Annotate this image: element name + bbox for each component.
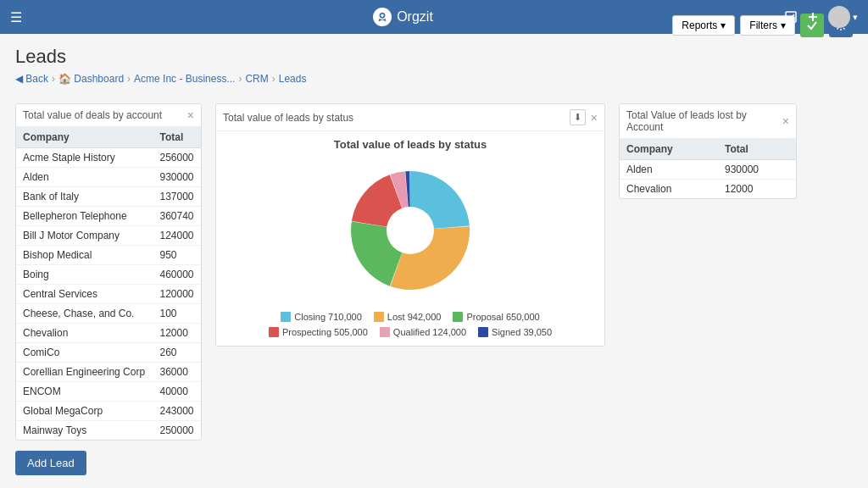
legend-color <box>453 312 463 322</box>
company-cell: Corellian Engineering Corp <box>16 363 153 382</box>
reports-label: Reports <box>682 19 717 31</box>
avatar <box>828 6 850 28</box>
deals-table-body: Acme Staple History256000Alden930000Bank… <box>16 148 201 441</box>
user-menu[interactable]: ▾ <box>828 6 858 28</box>
deals-widget-header: Total value of deals by account × <box>16 104 201 127</box>
add-icon-button[interactable] <box>806 10 820 24</box>
legend-item: Qualified 124,000 <box>380 327 466 337</box>
total-cell: 950 <box>153 246 201 265</box>
company-cell: Global MegaCorp <box>16 402 153 421</box>
status-widget-close[interactable]: × <box>591 112 598 124</box>
checklist-icon-button[interactable] <box>784 10 798 24</box>
company-cell: ENCOM <box>16 382 153 402</box>
legend-color <box>478 327 488 337</box>
donut-hole <box>387 207 434 254</box>
table-row: Bellepheron Telephone360740 <box>16 207 201 226</box>
breadcrumb-leads[interactable]: Leads <box>279 73 307 85</box>
table-row: Acme Staple History256000 <box>16 148 201 168</box>
legend-label: Signed 39,050 <box>492 327 552 337</box>
nav-center: Orgzit <box>373 8 433 26</box>
legend-item: Proposal 650,000 <box>453 312 539 322</box>
total-cell: 250000 <box>153 421 201 441</box>
checklist-icon <box>784 10 798 24</box>
legend-label: Qualified 124,000 <box>393 327 466 337</box>
download-button[interactable]: ⬇ <box>570 109 586 125</box>
deals-col-total: Total <box>153 127 201 148</box>
app-name: Orgzit <box>397 9 433 25</box>
table-row: Bank of Italy137000 <box>16 187 201 207</box>
breadcrumb-dashboard[interactable]: 🏠 Dashboard <box>58 73 124 85</box>
company-cell: Bill J Motor Company <box>16 226 153 246</box>
total-cell: 243000 <box>153 402 201 421</box>
legend-item: Signed 39,050 <box>478 327 552 337</box>
reports-chevron: ▾ <box>721 19 726 31</box>
widgets-area: Total value of deals by account × Compan… <box>15 103 853 441</box>
table-row: Boing460000 <box>16 265 201 285</box>
table-row: Bill J Motor Company124000 <box>16 226 201 246</box>
deals-widget-title: Total value of deals by account <box>23 109 162 121</box>
legend-item: Prospecting 505,000 <box>269 327 368 337</box>
total-cell: 930000 <box>153 168 201 187</box>
lost-widget-close[interactable]: × <box>782 115 789 127</box>
total-cell: 40000 <box>153 382 201 402</box>
company-cell: Bank of Italy <box>16 187 153 207</box>
table-row: Mainway Toys250000 <box>16 421 201 441</box>
legend-color <box>374 312 384 322</box>
reports-button[interactable]: Reports ▾ <box>672 15 735 36</box>
legend-label: Lost 942,000 <box>387 312 442 322</box>
svg-rect-0 <box>786 12 796 22</box>
company-cell: Boing <box>16 265 153 285</box>
total-cell: 36000 <box>153 363 201 382</box>
legend-color <box>380 327 390 337</box>
total-cell: 137000 <box>153 187 201 207</box>
legend-label: Prospecting 505,000 <box>282 327 368 337</box>
plus-icon <box>806 10 820 24</box>
lost-widget: Total Value of leads lost by Account × C… <box>619 103 797 199</box>
breadcrumb-account[interactable]: Acme Inc - Business... <box>134 73 235 85</box>
filters-label: Filters <box>749 19 777 31</box>
deals-widget-close[interactable]: × <box>187 109 194 121</box>
breadcrumb-crm[interactable]: CRM <box>245 73 268 85</box>
legend-item: Lost 942,000 <box>374 312 442 322</box>
company-cell: Bishop Medical <box>16 246 153 265</box>
hamburger-button[interactable]: ☰ <box>10 9 22 25</box>
company-cell: Chevalion <box>16 324 153 343</box>
company-cell: Cheese, Chase, and Co. <box>16 304 153 324</box>
company-cell: Bellepheron Telephone <box>16 207 153 226</box>
lost-table-body: Alden930000Chevalion12000 <box>620 160 796 199</box>
lost-col-company: Company <box>620 139 718 160</box>
lost-widget-header: Total Value of leads lost by Account × <box>620 104 796 139</box>
company-cell: Central Services <box>16 285 153 304</box>
legend-label: Closing 710,000 <box>294 312 362 322</box>
chevron-down-icon: ▾ <box>853 12 858 23</box>
total-cell: 124000 <box>153 226 201 246</box>
total-cell: 260 <box>153 343 201 363</box>
table-row: Chevalion12000 <box>620 180 796 199</box>
total-cell: 256000 <box>153 148 201 168</box>
lost-col-total: Total <box>718 139 796 160</box>
table-row: Alden930000 <box>16 168 201 187</box>
total-cell: 12000 <box>718 180 796 199</box>
logo-svg <box>376 11 388 23</box>
lost-widget-title: Total Value of leads lost by Account <box>626 109 782 133</box>
legend-color <box>269 327 279 337</box>
deals-table: Company Total Acme Staple History256000A… <box>16 127 201 440</box>
deals-table-header-row: Company Total <box>16 127 201 148</box>
breadcrumb: ◀ Back › 🏠 Dashboard › Acme Inc - Busine… <box>15 73 853 85</box>
legend-color <box>281 312 291 322</box>
total-cell: 100 <box>153 304 201 324</box>
table-row: Global MegaCorp243000 <box>16 402 201 421</box>
total-cell: 120000 <box>153 285 201 304</box>
company-cell: Alden <box>16 168 153 187</box>
breadcrumb-back[interactable]: ◀ Back <box>15 73 48 85</box>
table-row: Cheese, Chase, and Co.100 <box>16 304 201 324</box>
pie-chart-svg <box>342 163 478 298</box>
main-page: Reports ▾ Filters ▾ Leads ◀ Bac <box>0 34 868 488</box>
table-row: Central Services120000 <box>16 285 201 304</box>
lost-table: Company Total Alden930000Chevalion12000 <box>620 139 796 198</box>
company-cell: Mainway Toys <box>16 421 153 441</box>
page-title: Leads <box>15 46 853 68</box>
add-lead-button[interactable]: Add Lead <box>15 451 86 475</box>
company-cell: Acme Staple History <box>16 148 153 168</box>
status-widget-title: Total value of leads by status <box>223 112 353 124</box>
